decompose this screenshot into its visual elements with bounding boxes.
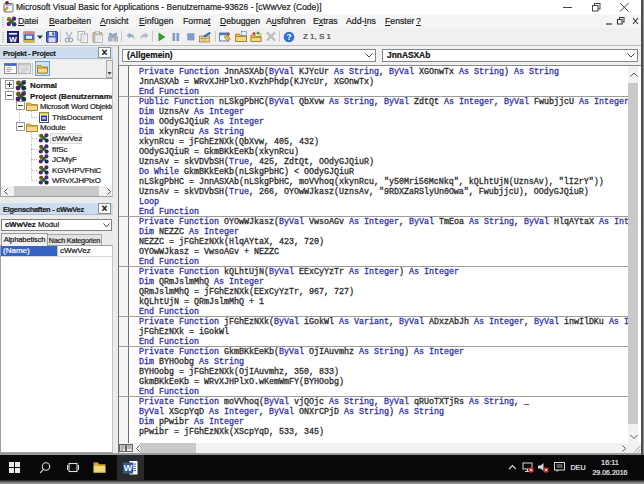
svg-text:W: W (9, 35, 17, 44)
svg-text:W: W (124, 463, 133, 473)
svg-text:?: ? (286, 32, 291, 42)
